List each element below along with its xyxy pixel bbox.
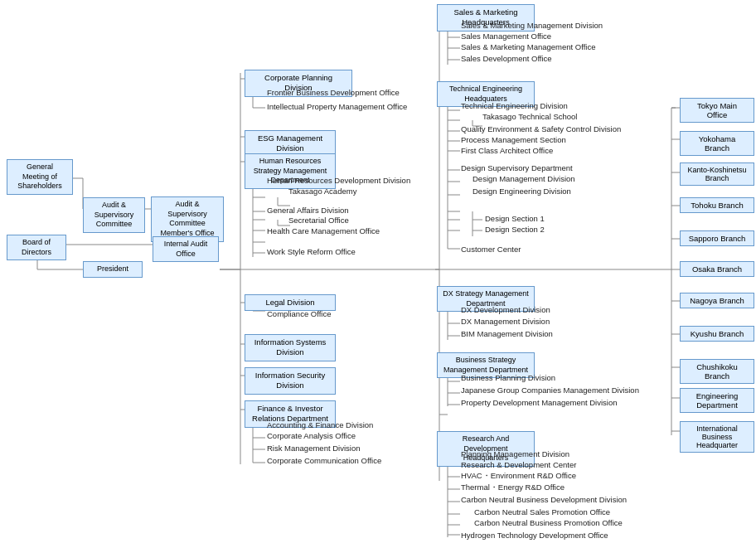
technical-engineering-div-item: Technical Engineering Division [461, 101, 568, 110]
kanto-koshinetsu-branch-box: Kanto-Koshinetsu Branch [680, 162, 751, 186]
quality-environment-item: Quality Environment & Safety Control Div… [461, 124, 621, 133]
carbon-neutral-business-item: Carbon Neutral Business Development Divi… [461, 495, 627, 504]
information-security-box: Information Security Division [245, 367, 336, 395]
osaka-branch-box: Osaka Branch [680, 261, 751, 277]
takasago-academy-item: Takasago Academy [288, 187, 356, 196]
sales-marketing-mgmt-div-item: Sales & Marketing Management Division [461, 21, 603, 30]
dx-management-item: DX Management Division [461, 317, 550, 326]
frontier-business-item: Frontier Business Development Office [267, 88, 400, 97]
information-systems-box: Information Systems Division [245, 334, 336, 361]
thermal-energy-item: Thermal・Energy R&D Office [461, 483, 565, 493]
intellectual-property-item: Intellectual Property Management Office [267, 102, 407, 111]
risk-management-item: Risk Management Division [267, 444, 360, 453]
carbon-neutral-sales-item: Carbon Neutral Sales Promotion Office [474, 507, 610, 516]
sales-management-office-item: Sales Management Office [461, 32, 551, 41]
work-style-item: Work Style Reform Office [267, 247, 356, 256]
design-engineering-div-item: Design Engineering Division [472, 187, 571, 196]
carbon-neutral-business-promo-item: Carbon Neutral Business Promotion Office [474, 518, 623, 527]
business-planning-item: Business Planning Division [461, 373, 555, 382]
hvac-environment-item: HVAC・Environment R&D Office [461, 471, 576, 482]
tokyo-main-office-box: Tokyo Main Office [680, 98, 751, 123]
sapporo-branch-box: Sapporo Branch [680, 230, 751, 246]
health-care-item: Health Care Management Office [267, 226, 380, 235]
design-section-1-item: Design Section 1 [485, 214, 545, 223]
japanese-group-item: Japanese Group Companies Management Divi… [461, 386, 639, 395]
general-affairs-item: General Affairs Division [267, 206, 349, 215]
customer-center-item: Customer Center [461, 245, 521, 254]
audit-supervisory-member-box: Audit & Supervisory Committee Member's O… [151, 196, 224, 242]
corporate-analysis-item: Corporate Analysis Office [267, 431, 356, 440]
tohoku-branch-box: Tohoku Branch [680, 197, 751, 213]
engineering-department-box: Engineering Department [680, 388, 751, 413]
compliance-office-item: Compliance Office [267, 309, 331, 318]
takasago-technical-school-item: Takasago Technical School [482, 112, 577, 121]
kyushu-branch-box: Kyushu Branch [680, 326, 751, 342]
corporate-communication-item: Corporate Communication Office [267, 456, 381, 465]
sales-development-office-item: Sales Development Office [461, 54, 552, 63]
design-management-div-item: Design Management Division [472, 174, 575, 183]
planning-management-item: Planning Management Division [461, 449, 569, 458]
first-class-architect-item: First Class Architect Office [461, 146, 553, 155]
org-chart: General Meeting of Shareholders Audit & … [0, 0, 756, 13]
accounting-finance-item: Accounting & Finance Division [267, 420, 373, 429]
nagoya-branch-box: Nagoya Branch [680, 293, 751, 308]
internal-audit-box: Internal Audit Office [153, 236, 219, 262]
bim-management-item: BIM Management Division [461, 329, 553, 338]
board-of-directors-box: Board of Directors [7, 235, 66, 260]
dx-development-item: DX Development Division [461, 305, 550, 314]
audit-supervisory-committee-box: Audit & Supervisory Committee [83, 197, 145, 233]
secretarial-office-item: Secretarial Office [288, 216, 349, 225]
process-management-item: Process Management Section [461, 135, 566, 144]
design-supervisory-dept-item: Design Supervisory Department [461, 163, 573, 172]
general-meeting-box: General Meeting of Shareholders [7, 159, 73, 195]
sales-marketing-mgmt-office-item: Sales & Marketing Management Office [461, 42, 595, 51]
chushikoku-branch-box: Chushikoku Branch [680, 359, 751, 384]
property-development-item: Property Development Management Division [461, 398, 618, 407]
president-box: President [83, 261, 143, 278]
international-business-hq-box: International Business Headquarter [680, 421, 751, 453]
yokohama-branch-box: Yokohama Branch [680, 131, 751, 156]
design-section-2-item: Design Section 2 [485, 225, 545, 234]
research-development-center-item: Research & Development Center [461, 460, 576, 469]
hr-development-item: Human Resources Development Division [267, 176, 410, 185]
hydrogen-technology-item: Hydrogen Technology Development Office [461, 531, 608, 540]
